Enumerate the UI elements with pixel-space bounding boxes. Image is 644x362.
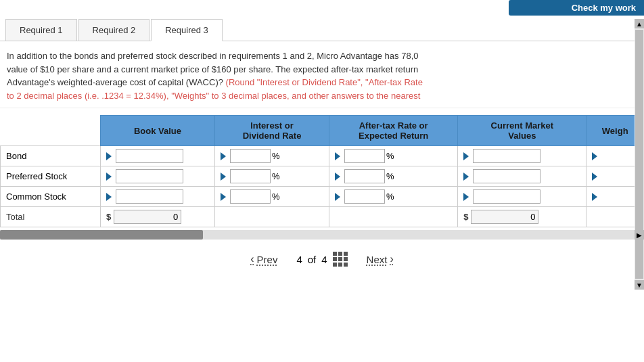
common-book-value-cell	[100, 187, 214, 207]
current-page: 4	[296, 254, 302, 265]
prev-label: Prev	[257, 254, 278, 265]
prev-button[interactable]: ‹ Prev	[245, 250, 283, 268]
preferred-weight-triangle	[592, 173, 597, 181]
wacc-table: Book Value Interest orDividend Rate Afte…	[0, 115, 644, 227]
preferred-market-triangle	[463, 173, 469, 181]
common-aftertax-triangle	[335, 193, 340, 201]
header-book-value: Book Value	[100, 116, 214, 146]
preferred-market-cell	[458, 166, 586, 187]
total-aftertax-cell	[329, 207, 458, 227]
total-book-value-cell: $	[100, 207, 214, 227]
bond-interest-rate-cell: %	[214, 146, 329, 166]
common-interest-input[interactable]	[230, 189, 271, 204]
bond-aftertax-cell: %	[329, 146, 458, 166]
scroll-right-arrow[interactable]: ▶	[635, 230, 644, 240]
prev-arrow-icon: ‹	[250, 253, 254, 265]
bond-book-value-triangle	[106, 152, 112, 160]
common-market-cell	[458, 187, 586, 207]
preferred-book-input[interactable]	[116, 169, 183, 183]
preferred-book-value-cell	[100, 166, 214, 187]
scrollbar-thumb[interactable]	[0, 230, 203, 240]
preferred-interest-cell: %	[214, 166, 329, 187]
scroll-up-arrow[interactable]: ▲	[635, 19, 644, 28]
page-info: 4 of 4	[296, 252, 347, 267]
bottom-navigation: ‹ Prev 4 of 4 Next ›	[0, 242, 644, 268]
row-label-bond: Bond	[1, 146, 101, 166]
total-interest-cell	[214, 207, 329, 227]
row-label-common-stock: Common Stock	[1, 187, 101, 207]
bond-book-value-cell	[100, 146, 214, 166]
bond-book-value-input[interactable]	[116, 149, 183, 163]
bond-aftertax-triangle	[335, 152, 340, 160]
scroll-thumb[interactable]	[635, 30, 643, 279]
next-button[interactable]: Next ›	[361, 250, 399, 268]
tab-required-2[interactable]: Required 2	[78, 19, 150, 41]
check-my-work-label: Check my work	[572, 3, 636, 13]
table-row-total: Total $ $	[1, 207, 644, 227]
next-label: Next	[367, 254, 388, 265]
bond-market-cell	[458, 146, 586, 166]
preferred-interest-input[interactable]	[230, 169, 271, 183]
description-text: In addition to the bonds and preferred s…	[0, 41, 644, 108]
grid-icon[interactable]	[333, 252, 348, 267]
common-book-triangle	[106, 193, 112, 201]
next-arrow-icon: ›	[390, 253, 393, 265]
preferred-aftertax-input[interactable]	[344, 169, 385, 183]
vertical-scrollbar[interactable]: ▲ ▼	[635, 19, 644, 290]
total-book-value-display	[114, 210, 181, 224]
table-row-common-stock: Common Stock %	[1, 187, 644, 207]
row-label-preferred-stock: Preferred Stock	[1, 166, 101, 187]
bond-market-triangle	[463, 152, 469, 160]
header-current-market: Current MarketValues	[458, 116, 586, 146]
bond-interest-triangle	[221, 152, 226, 160]
common-interest-cell: %	[214, 187, 329, 207]
preferred-market-input[interactable]	[473, 169, 540, 183]
common-aftertax-input[interactable]	[344, 189, 385, 204]
header-aftertax-rate: After-tax Rate orExpected Return	[329, 116, 458, 146]
row-label-total: Total	[1, 207, 101, 227]
tab-required-3[interactable]: Required 3	[151, 19, 223, 41]
common-weight-triangle	[592, 193, 597, 201]
common-interest-triangle	[221, 193, 226, 201]
table-row-preferred-stock: Preferred Stock %	[1, 166, 644, 187]
common-market-input[interactable]	[473, 189, 540, 204]
tab-required-1[interactable]: Required 1	[5, 19, 77, 41]
common-book-input[interactable]	[116, 189, 183, 204]
preferred-aftertax-cell: %	[329, 166, 458, 187]
horizontal-scrollbar[interactable]: ▶	[0, 230, 644, 240]
wacc-table-container: Book Value Interest orDividend Rate Afte…	[0, 115, 644, 227]
common-aftertax-cell: %	[329, 187, 458, 207]
preferred-interest-triangle	[221, 173, 226, 181]
bond-interest-rate-input[interactable]	[230, 149, 271, 163]
table-row-bond: Bond %	[1, 146, 644, 166]
check-my-work-button[interactable]: Check my work	[509, 0, 644, 16]
total-pages: 4	[321, 254, 327, 265]
total-market-display	[471, 210, 538, 224]
header-interest-dividend: Interest orDividend Rate	[214, 116, 329, 146]
bond-weight-triangle	[592, 152, 597, 160]
scroll-down-arrow[interactable]: ▼	[635, 280, 644, 290]
preferred-aftertax-triangle	[335, 173, 340, 181]
tab-bar: Required 1 Required 2 Required 3	[0, 19, 644, 41]
preferred-book-triangle	[106, 173, 112, 181]
common-market-triangle	[463, 193, 469, 201]
bond-market-input[interactable]	[473, 149, 540, 163]
bond-aftertax-input[interactable]	[344, 149, 385, 163]
page-separator: of	[308, 254, 317, 265]
total-market-cell: $	[458, 207, 586, 227]
